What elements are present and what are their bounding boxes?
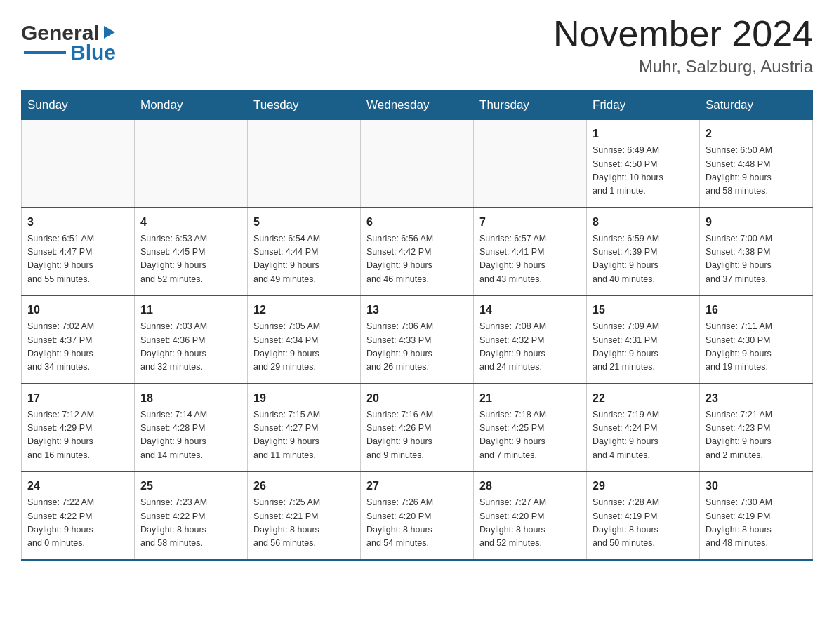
table-row: 11Sunrise: 7:03 AMSunset: 4:36 PMDayligh… <box>135 295 248 384</box>
table-row <box>474 120 587 208</box>
logo-blue: Blue <box>70 41 116 65</box>
day-info: Sunrise: 7:00 AMSunset: 4:38 PMDaylight:… <box>706 232 807 287</box>
day-number: 9 <box>706 214 807 231</box>
day-number: 18 <box>140 390 241 407</box>
logo: General Blue <box>21 14 117 65</box>
table-row: 22Sunrise: 7:19 AMSunset: 4:24 PMDayligh… <box>587 384 700 472</box>
day-number: 3 <box>27 214 128 231</box>
table-row: 17Sunrise: 7:12 AMSunset: 4:29 PMDayligh… <box>22 384 135 472</box>
day-info: Sunrise: 7:28 AMSunset: 4:19 PMDaylight:… <box>593 496 694 551</box>
day-info: Sunrise: 6:49 AMSunset: 4:50 PMDaylight:… <box>593 144 694 199</box>
day-info: Sunrise: 7:11 AMSunset: 4:30 PMDaylight:… <box>706 320 807 375</box>
svg-marker-0 <box>104 26 115 39</box>
day-number: 21 <box>479 390 581 407</box>
table-row: 9Sunrise: 7:00 AMSunset: 4:38 PMDaylight… <box>700 208 813 296</box>
day-info: Sunrise: 6:53 AMSunset: 4:45 PMDaylight:… <box>140 232 241 287</box>
day-number: 10 <box>27 302 128 318</box>
day-info: Sunrise: 7:18 AMSunset: 4:25 PMDaylight:… <box>479 408 581 463</box>
table-row: 29Sunrise: 7:28 AMSunset: 4:19 PMDayligh… <box>587 471 700 560</box>
col-thursday: Thursday <box>474 91 587 120</box>
day-info: Sunrise: 7:06 AMSunset: 4:33 PMDaylight:… <box>366 320 468 375</box>
calendar-week-row: 17Sunrise: 7:12 AMSunset: 4:29 PMDayligh… <box>22 384 813 472</box>
day-info: Sunrise: 7:12 AMSunset: 4:29 PMDaylight:… <box>27 408 128 463</box>
table-row: 23Sunrise: 7:21 AMSunset: 4:23 PMDayligh… <box>700 384 813 472</box>
day-info: Sunrise: 7:21 AMSunset: 4:23 PMDaylight:… <box>706 408 807 463</box>
table-row: 8Sunrise: 6:59 AMSunset: 4:39 PMDaylight… <box>587 208 700 296</box>
day-number: 25 <box>140 478 241 495</box>
calendar-week-row: 10Sunrise: 7:02 AMSunset: 4:37 PMDayligh… <box>22 295 813 384</box>
day-info: Sunrise: 6:50 AMSunset: 4:48 PMDaylight:… <box>706 144 807 199</box>
table-row <box>248 120 361 208</box>
table-row: 12Sunrise: 7:05 AMSunset: 4:34 PMDayligh… <box>248 295 361 384</box>
day-number: 14 <box>479 302 581 318</box>
day-number: 8 <box>593 214 694 231</box>
day-info: Sunrise: 6:54 AMSunset: 4:44 PMDaylight:… <box>253 232 355 287</box>
day-info: Sunrise: 7:27 AMSunset: 4:20 PMDaylight:… <box>479 496 581 551</box>
table-row <box>361 120 474 208</box>
table-row <box>135 120 248 208</box>
table-row: 15Sunrise: 7:09 AMSunset: 4:31 PMDayligh… <box>587 295 700 384</box>
calendar-week-row: 24Sunrise: 7:22 AMSunset: 4:22 PMDayligh… <box>22 471 813 560</box>
day-number: 5 <box>253 214 355 231</box>
table-row: 20Sunrise: 7:16 AMSunset: 4:26 PMDayligh… <box>361 384 474 472</box>
day-info: Sunrise: 7:16 AMSunset: 4:26 PMDaylight:… <box>366 408 468 463</box>
day-info: Sunrise: 7:30 AMSunset: 4:19 PMDaylight:… <box>706 496 807 551</box>
day-number: 19 <box>253 390 355 407</box>
col-monday: Monday <box>135 91 248 120</box>
table-row <box>22 120 135 208</box>
day-number: 13 <box>366 302 468 318</box>
page-header: General Blue November 2024 Muhr, Salzbur… <box>21 14 813 76</box>
day-info: Sunrise: 7:15 AMSunset: 4:27 PMDaylight:… <box>253 408 355 463</box>
day-number: 28 <box>479 478 581 495</box>
day-number: 17 <box>27 390 128 407</box>
day-number: 11 <box>140 302 241 318</box>
day-number: 7 <box>479 214 581 231</box>
table-row: 6Sunrise: 6:56 AMSunset: 4:42 PMDaylight… <box>361 208 474 296</box>
day-info: Sunrise: 7:05 AMSunset: 4:34 PMDaylight:… <box>253 320 355 375</box>
table-row: 5Sunrise: 6:54 AMSunset: 4:44 PMDaylight… <box>248 208 361 296</box>
table-row: 7Sunrise: 6:57 AMSunset: 4:41 PMDaylight… <box>474 208 587 296</box>
day-info: Sunrise: 7:08 AMSunset: 4:32 PMDaylight:… <box>479 320 581 375</box>
day-info: Sunrise: 7:26 AMSunset: 4:20 PMDaylight:… <box>366 496 468 551</box>
day-number: 29 <box>593 478 694 495</box>
table-row: 18Sunrise: 7:14 AMSunset: 4:28 PMDayligh… <box>135 384 248 472</box>
day-number: 2 <box>706 126 807 142</box>
day-info: Sunrise: 6:57 AMSunset: 4:41 PMDaylight:… <box>479 232 581 287</box>
day-info: Sunrise: 7:23 AMSunset: 4:22 PMDaylight:… <box>140 496 241 551</box>
day-number: 6 <box>366 214 468 231</box>
day-info: Sunrise: 6:51 AMSunset: 4:47 PMDaylight:… <box>27 232 128 287</box>
table-row: 30Sunrise: 7:30 AMSunset: 4:19 PMDayligh… <box>700 471 813 560</box>
day-info: Sunrise: 6:59 AMSunset: 4:39 PMDaylight:… <box>593 232 694 287</box>
day-number: 4 <box>140 214 241 231</box>
day-number: 15 <box>593 302 694 318</box>
page-title: November 2024 <box>553 14 813 54</box>
table-row: 1Sunrise: 6:49 AMSunset: 4:50 PMDaylight… <box>587 120 700 208</box>
table-row: 24Sunrise: 7:22 AMSunset: 4:22 PMDayligh… <box>22 471 135 560</box>
table-row: 3Sunrise: 6:51 AMSunset: 4:47 PMDaylight… <box>22 208 135 296</box>
day-number: 20 <box>366 390 468 407</box>
day-number: 23 <box>706 390 807 407</box>
table-row: 16Sunrise: 7:11 AMSunset: 4:30 PMDayligh… <box>700 295 813 384</box>
day-number: 30 <box>706 478 807 495</box>
table-row: 27Sunrise: 7:26 AMSunset: 4:20 PMDayligh… <box>361 471 474 560</box>
day-info: Sunrise: 7:02 AMSunset: 4:37 PMDaylight:… <box>27 320 128 375</box>
table-row: 26Sunrise: 7:25 AMSunset: 4:21 PMDayligh… <box>248 471 361 560</box>
table-row: 13Sunrise: 7:06 AMSunset: 4:33 PMDayligh… <box>361 295 474 384</box>
logo-triangle-icon <box>101 25 117 40</box>
col-tuesday: Tuesday <box>248 91 361 120</box>
day-info: Sunrise: 7:14 AMSunset: 4:28 PMDaylight:… <box>140 408 241 463</box>
day-number: 1 <box>593 126 694 142</box>
day-info: Sunrise: 7:22 AMSunset: 4:22 PMDaylight:… <box>27 496 128 551</box>
table-row: 19Sunrise: 7:15 AMSunset: 4:27 PMDayligh… <box>248 384 361 472</box>
table-row: 10Sunrise: 7:02 AMSunset: 4:37 PMDayligh… <box>22 295 135 384</box>
table-row: 4Sunrise: 6:53 AMSunset: 4:45 PMDaylight… <box>135 208 248 296</box>
day-info: Sunrise: 7:19 AMSunset: 4:24 PMDaylight:… <box>593 408 694 463</box>
day-number: 12 <box>253 302 355 318</box>
day-info: Sunrise: 7:25 AMSunset: 4:21 PMDaylight:… <box>253 496 355 551</box>
calendar-table: Sunday Monday Tuesday Wednesday Thursday… <box>21 90 813 561</box>
col-friday: Friday <box>587 91 700 120</box>
location-subtitle: Muhr, Salzburg, Austria <box>553 57 813 76</box>
title-block: November 2024 Muhr, Salzburg, Austria <box>553 14 813 76</box>
col-saturday: Saturday <box>700 91 813 120</box>
day-number: 16 <box>706 302 807 318</box>
